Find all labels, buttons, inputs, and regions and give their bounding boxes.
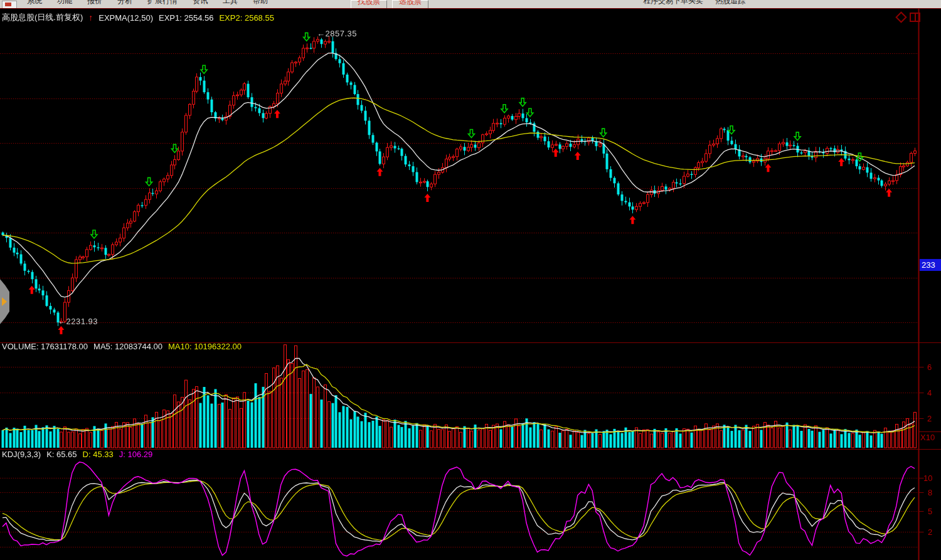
volume-ma5-value: MA5: 12083744.00 (93, 342, 162, 351)
main-chart-header: 高股息股(日线.前复权) ↑ EXPMA(12,50) EXP1: 2554.5… (2, 12, 274, 23)
kdj-axis-tick-80: 8 (928, 488, 932, 497)
kdj-d-value: D: 45.33 (83, 450, 114, 459)
volume-axis-tick-4: 4 (927, 388, 932, 398)
peak-annotation: ←2857.35 (317, 29, 357, 38)
link-hot-stock-track[interactable]: 热股追踪 (715, 0, 745, 5)
kdj-header: KDJ(9,3,3) K: 65.65 D: 45.33 J: 106.29 (2, 450, 152, 459)
volume-axis-tick-2: 2 (927, 414, 932, 423)
kdj-axis-tick-100: 10 (923, 473, 932, 483)
chart-canvas[interactable] (0, 8, 941, 560)
kdj-axis-tick-50: 5 (928, 507, 932, 516)
menu-item-function[interactable]: 功能 (50, 0, 80, 5)
link-trade-order[interactable]: 程序交易下单买卖 (643, 0, 703, 5)
exp1-value: EXP1: 2554.56 (159, 13, 213, 23)
volume-header: VOLUME: 17631178.00 MA5: 12083744.00 MA1… (2, 342, 242, 351)
kdj-k-value: K: 65.65 (46, 450, 77, 459)
menu-item-quotes[interactable]: 报价 (80, 0, 110, 5)
menu-item-system[interactable]: 系统 (19, 0, 50, 5)
volume-ma10-value: MA10: 10196322.00 (168, 342, 242, 351)
volume-axis-tick-6: 6 (927, 362, 932, 372)
menu-bar: 系统 功能 报价 分析 扩展行情 资讯 工具 帮助 找股票 选股票 程序交易下单… (0, 0, 941, 9)
kdj-indicator-name[interactable]: KDJ(9,3,3) (2, 450, 41, 459)
stock-title: 高股息股(日线.前复权) (2, 12, 83, 23)
up-arrow-icon: ↑ (88, 13, 93, 23)
exp2-value: EXP2: 2568.55 (219, 13, 274, 23)
kdj-j-value: J: 106.29 (119, 450, 153, 459)
price-tag: 233 (920, 259, 941, 271)
volume-unit-label: X10 (920, 433, 935, 442)
split-window-icon[interactable] (910, 13, 920, 22)
menu-item-tools[interactable]: 工具 (215, 0, 245, 5)
hot-button-find-stock[interactable]: 找股票 (351, 0, 387, 9)
trough-annotation: ←2231.93 (58, 317, 98, 326)
menu-item-news[interactable]: 资讯 (185, 0, 215, 5)
indicator-name[interactable]: EXPMA(12,50) (98, 13, 153, 23)
menu-item-analysis[interactable]: 分析 (110, 0, 140, 5)
chart-area: 高股息股(日线.前复权) ↑ EXPMA(12,50) EXP1: 2554.5… (0, 8, 941, 560)
menu-item-extended[interactable]: 扩展行情 (140, 0, 185, 5)
volume-value[interactable]: VOLUME: 17631178.00 (2, 342, 88, 351)
kdj-axis-tick-20: 2 (928, 527, 932, 537)
menu-item-help[interactable]: 帮助 (245, 0, 275, 5)
hot-button-pick-stock[interactable]: 选股票 (392, 0, 428, 9)
expand-right-icon (2, 297, 7, 306)
